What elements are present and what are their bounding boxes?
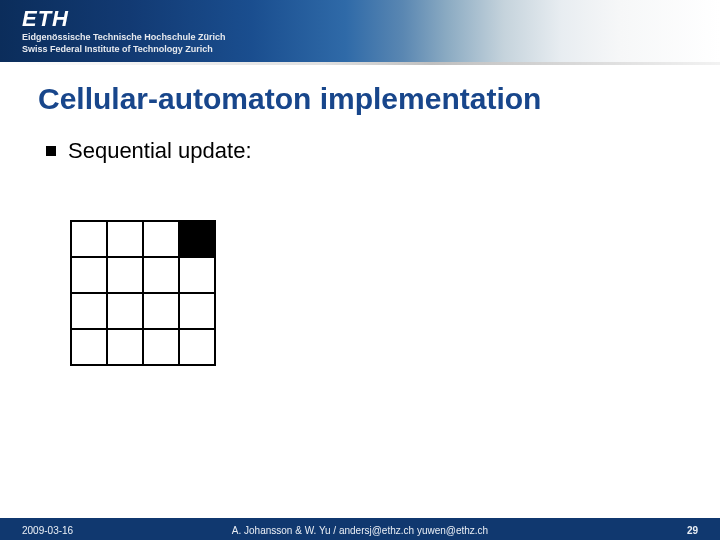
footer-bar: 2009-03-16 A. Johansson & W. Yu / anders… <box>0 518 720 540</box>
bullet-item: Sequential update: <box>46 138 252 164</box>
square-bullet-icon <box>46 146 56 156</box>
grid-row <box>71 257 215 293</box>
grid-cell <box>179 293 215 329</box>
grid-cell <box>179 257 215 293</box>
footer-authors: A. Johansson & W. Yu / andersj@ethz.ch y… <box>232 525 488 536</box>
grid-cell <box>71 329 107 365</box>
grid-cell <box>143 257 179 293</box>
footer-date: 2009-03-16 <box>22 525 73 536</box>
grid-row <box>71 293 215 329</box>
cellular-automaton-grid <box>70 220 216 366</box>
grid-cell <box>107 329 143 365</box>
slide-title: Cellular-automaton implementation <box>38 82 541 116</box>
grid-table <box>70 220 216 366</box>
institution-name-en: Swiss Federal Institute of Technology Zu… <box>22 44 213 54</box>
slide: ETH Eidgenössische Technische Hochschule… <box>0 0 720 540</box>
grid-row <box>71 329 215 365</box>
grid-cell <box>107 257 143 293</box>
grid-cell <box>179 329 215 365</box>
institution-name-de: Eidgenössische Technische Hochschule Zür… <box>22 32 225 42</box>
grid-cell <box>143 329 179 365</box>
header-band: ETH Eidgenössische Technische Hochschule… <box>0 0 720 62</box>
grid-cell <box>71 221 107 257</box>
footer-page-number: 29 <box>687 525 698 536</box>
grid-cell <box>107 221 143 257</box>
bullet-text: Sequential update: <box>68 138 252 164</box>
eth-logo: ETH <box>22 6 69 32</box>
grid-row <box>71 221 215 257</box>
grid-cell <box>71 257 107 293</box>
grid-cell <box>71 293 107 329</box>
grid-cell <box>143 221 179 257</box>
grid-cell-filled <box>179 221 215 257</box>
grid-cell <box>107 293 143 329</box>
grid-cell <box>143 293 179 329</box>
